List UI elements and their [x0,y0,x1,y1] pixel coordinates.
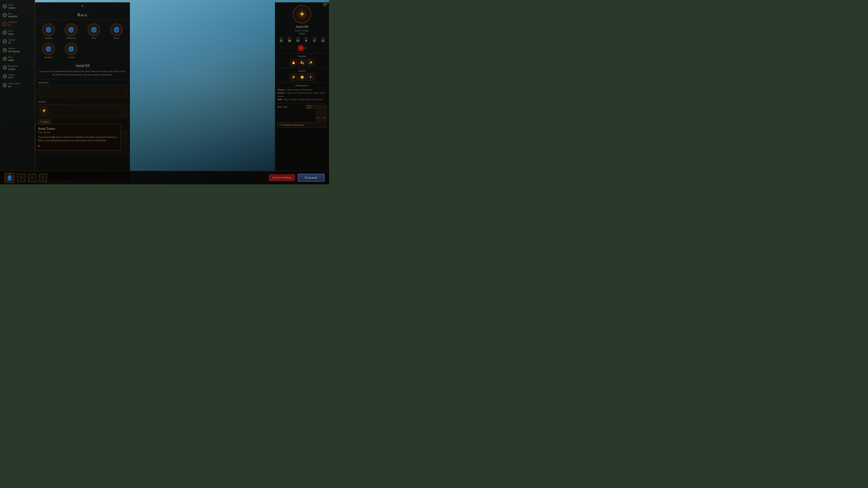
inspect-label: Inspect [42,121,49,123]
race-item-malformed[interactable]: 🌀 Malformed [61,23,82,40]
hyur-icon: 🌀 [88,24,100,36]
panel-header: Race [35,8,130,20]
inspect-button[interactable]: T Inspect [38,120,51,124]
sidebar-item-race[interactable]: ✓ Race Astral Elf [2,11,33,20]
skills-value: History, Religion, Insight, Medicine, Pe… [284,98,323,101]
con-label: CON [294,37,302,39]
race-item-nephilim[interactable]: 🌀 Nephilim [38,23,59,40]
sidebar-item-class[interactable]: ✓ Class Cleric [2,29,33,37]
randomise-label: Randomise Appearance [283,124,304,126]
cantrips-check: ✓ [3,39,7,43]
action-spell-icon-2[interactable]: 🌟 [298,73,306,80]
add-character-btn-2[interactable]: + [28,174,36,182]
hyur-name: Hyur [92,37,96,39]
body-section: Body Type − + ↺ ↻ ↺ Randomise Appearance [277,103,327,127]
actions-1-box: ⚡ [38,104,127,117]
abilities-value: 27/27 [8,76,15,79]
race-description-section: Astral Elf Groups of elves ventured from… [35,62,130,79]
add-character-btn-3[interactable]: + [39,174,47,182]
body-type-row: Body Type [277,105,327,109]
rotate-right-button[interactable]: ↻ [322,116,327,121]
body-opt-3[interactable] [317,105,321,109]
body-opt-2[interactable] [312,105,316,109]
body-opt-4[interactable] [322,105,327,109]
actions-row: ⚡ 🌟 ✦ [277,73,327,80]
prepare-spells-check: ✓ [3,83,7,87]
character-name: Astral Elf [277,25,327,29]
tooltip-subtitle: Class Actions [38,131,118,133]
class-value: Cleric [8,33,13,35]
class-label: Class [8,30,13,33]
body-opt-1[interactable] [307,105,311,109]
action-icon-1[interactable]: ⚡ [40,106,48,115]
stat-con: CON 13 [294,37,302,43]
hp-heart-icon: ♥ [298,45,304,51]
race-title: Astral Elf [39,64,126,68]
randomise-appearance-button[interactable]: ↺ Randomise Appearance [277,122,327,127]
zoom-out-button[interactable]: − [316,110,321,115]
character-avatar[interactable]: 👤 [4,173,14,183]
choices-pending-badge[interactable]: Choices Pending! [269,174,295,181]
race-value: Astral Elf [8,15,17,18]
sidebar-item-astral-fire[interactable]: ! Astral Fire 0/1 [2,20,33,28]
tooltip-title: Astral Trance [38,127,118,131]
armour-value: Light Armour, Medium Armour, Shields, He… [277,92,325,97]
left-sidebar: ✓ Origin Custom ✓ Race Astral Elf ! Astr… [0,0,35,184]
deity-label: Deity [8,56,14,59]
character-class: Level 1 Cleric [277,29,327,32]
close-button[interactable]: × [323,2,327,6]
actions-section-1: Actions ⚡ [35,98,130,119]
sidebar-item-background[interactable]: ✓ Background Acolyte [2,64,33,72]
abilities-check: ✓ [3,74,7,78]
sidebar-item-deity[interactable]: ✓ Deity Selûne [2,55,33,63]
astral-fire-check: ! [3,22,7,26]
astral-fire-feature-label: Astral Fire [38,81,127,84]
cantrip-icon-3[interactable]: ✨ [307,59,314,66]
int-label: INT [303,37,310,39]
rotate-left-button[interactable]: ↺ [316,116,321,121]
cha-value: 12 [319,39,327,43]
astral-fire-label: Astral Fire [8,21,17,24]
body-type-options [307,105,327,109]
inspect-key: T [40,121,41,123]
randomise-icon: ↺ [279,124,281,126]
astral-fire-value: 0/1 [8,24,17,27]
stats-grid: STR 15 DEX 10 CON 13 INT 8 WIS 17 CHA 12 [277,37,327,43]
body-type-label: Body Type [277,105,287,108]
sidebar-item-prepare-spells[interactable]: ✓ Prepare Spells 4/4 [2,81,33,89]
malformed-name: Malformed [67,37,76,39]
proceed-button[interactable]: Proceed [298,174,324,182]
race-item-elezen[interactable]: 🌀 Elezen [106,23,127,40]
zoom-in-button[interactable]: + [322,110,327,115]
stat-int: INT 8 [303,37,310,43]
panel-icon: ✦ [35,2,130,8]
proficiencies-title: Proficiencies [277,83,327,87]
abilities-label: Abilities [8,74,15,76]
race-item-hyur[interactable]: 🌀 Hyur [84,23,104,40]
hp-value: 9 [305,47,306,50]
cantrip-icon-2[interactable]: 💫 [298,59,306,66]
tooltip-dot [38,145,39,147]
sidebar-item-abilities[interactable]: ✓ Abilities 27/27 [2,72,33,80]
background-value: Acolyte [8,68,18,70]
garlean-icon: 🌀 [65,43,77,55]
stat-str: STR 15 [277,37,285,43]
sidebar-item-origin[interactable]: ✓ Origin Custom [2,2,33,11]
roegadyn-icon: 🌀 [42,43,55,55]
compass-icon: ✦ [293,5,311,23]
background-label: Background [8,65,18,68]
sidebar-item-cantrips[interactable]: ✓ Cantrips 3/3 [2,37,33,46]
race-item-roegadyn[interactable]: 🌀 Roegadyn [38,42,59,59]
cantrips-label: Cantrips [8,39,15,41]
right-panel: ✦ Astral Elf Level 1 Cleric Selûne STR 1… [275,2,329,181]
sidebar-item-subclass[interactable]: ✓ Subclass Life Domain [2,46,33,54]
race-item-garlean[interactable]: 🌀 Garlean [61,42,82,59]
elezen-icon: 🌀 [110,24,123,36]
add-character-btn-1[interactable]: + [17,174,25,182]
dex-value: 10 [286,39,293,43]
action-spell-icon-1[interactable]: ⚡ [290,73,297,80]
cantrip-icon-1[interactable]: 🔥 [290,59,297,66]
action-spell-icon-3[interactable]: ✦ [307,73,314,80]
astral-fire-section: Astral Fire [35,79,130,98]
wis-label: WIS [311,37,318,39]
